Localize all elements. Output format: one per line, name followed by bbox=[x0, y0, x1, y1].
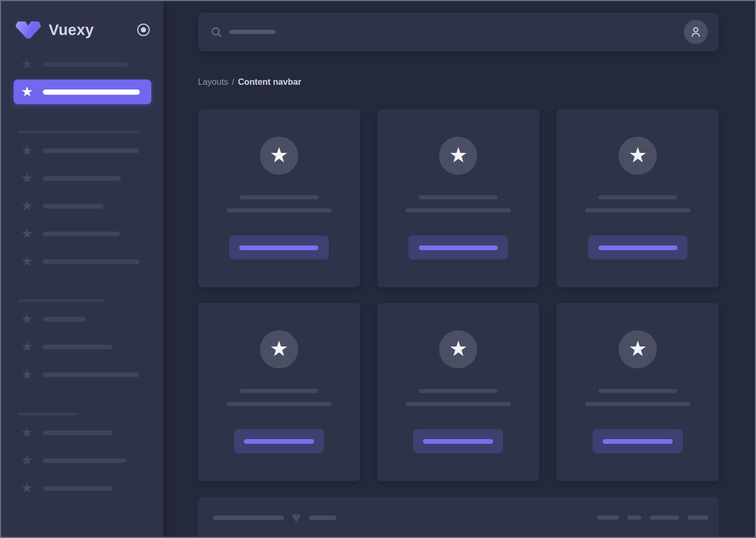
sidebar-item[interactable]: ★ bbox=[1, 454, 163, 467]
card-button[interactable] bbox=[413, 429, 503, 453]
button-label-placeholder-bar bbox=[239, 245, 318, 250]
item-label-placeholder-bar bbox=[43, 231, 120, 236]
star-icon: ★ bbox=[21, 171, 33, 185]
card-subtitle-placeholder-bar bbox=[585, 402, 691, 406]
heart-icon: ♥ bbox=[292, 510, 301, 525]
card-subtitle-placeholder-bar bbox=[406, 208, 511, 212]
sidebar-item[interactable]: ★ bbox=[1, 144, 163, 157]
item-label-placeholder-bar bbox=[43, 89, 140, 95]
star-icon: ★ bbox=[21, 199, 33, 212]
sidebar-menu: ★★★★★★★★★★★★★ bbox=[1, 1, 163, 537]
button-label-placeholder-bar bbox=[598, 245, 677, 250]
person-icon bbox=[689, 25, 703, 39]
skeleton-card: ★ bbox=[377, 109, 540, 287]
card-title-placeholder-bar bbox=[419, 389, 497, 393]
star-icon: ★ bbox=[21, 85, 33, 98]
skeleton-card: ★ bbox=[198, 303, 360, 481]
star-icon: ★ bbox=[21, 481, 33, 495]
card-title-placeholder-bar bbox=[598, 389, 677, 393]
card-button[interactable] bbox=[229, 236, 329, 260]
card-button[interactable] bbox=[234, 429, 324, 453]
section-label-placeholder-bar bbox=[18, 413, 77, 416]
star-icon: ★ bbox=[21, 227, 33, 240]
app-window: Vuexy ★★★★★★★★★★★★★ L bbox=[0, 0, 756, 538]
star-icon: ★ bbox=[449, 144, 468, 165]
main-content: Layouts / Content navbar ★★★★★★ ♥ bbox=[163, 1, 755, 537]
item-label-placeholder-bar bbox=[43, 176, 121, 181]
star-icon: ★ bbox=[21, 453, 33, 467]
star-icon: ★ bbox=[270, 338, 288, 359]
skeleton-card: ★ bbox=[557, 303, 719, 481]
star-icon: ★ bbox=[449, 338, 468, 359]
card-title-placeholder-bar bbox=[240, 195, 318, 199]
footer-placeholder-bar bbox=[687, 515, 708, 520]
footer-row: ♥ bbox=[213, 513, 708, 522]
star-icon: ★ bbox=[21, 312, 33, 326]
item-label-placeholder-bar bbox=[43, 148, 139, 153]
sidebar-item[interactable]: ★ bbox=[1, 255, 163, 268]
card-button[interactable] bbox=[593, 429, 683, 453]
card-avatar-circle: ★ bbox=[439, 137, 477, 175]
star-icon: ★ bbox=[21, 254, 33, 268]
sidebar: Vuexy ★★★★★★★★★★★★★ bbox=[1, 1, 163, 537]
breadcrumb-parent[interactable]: Layouts bbox=[198, 77, 228, 87]
item-label-placeholder-bar bbox=[43, 372, 139, 377]
breadcrumb-current: Content navbar bbox=[238, 77, 301, 87]
sidebar-item[interactable]: ★ bbox=[1, 341, 163, 353]
item-label-placeholder-bar bbox=[43, 486, 113, 490]
card-title-placeholder-bar bbox=[240, 389, 318, 393]
sidebar-item[interactable]: ★ bbox=[1, 427, 163, 439]
card-subtitle-placeholder-bar bbox=[585, 208, 691, 212]
sidebar-item[interactable]: ★ bbox=[1, 368, 163, 381]
card-avatar-circle: ★ bbox=[619, 137, 657, 175]
skeleton-card: ★ bbox=[557, 109, 719, 287]
button-label-placeholder-bar bbox=[423, 439, 493, 444]
sidebar-item[interactable]: ★ bbox=[1, 228, 163, 240]
item-label-placeholder-bar bbox=[43, 430, 113, 435]
user-avatar[interactable] bbox=[684, 20, 708, 44]
card-title-placeholder-bar bbox=[598, 195, 677, 199]
card-avatar-circle: ★ bbox=[260, 137, 298, 175]
card-subtitle-placeholder-bar bbox=[406, 402, 511, 406]
button-label-placeholder-bar bbox=[603, 439, 673, 444]
skeleton-card: ★ bbox=[198, 109, 360, 287]
sidebar-item-active[interactable]: ★ bbox=[14, 80, 151, 104]
card-button[interactable] bbox=[588, 236, 687, 260]
footer-links bbox=[597, 515, 708, 520]
star-icon: ★ bbox=[21, 367, 33, 381]
sidebar-item[interactable]: ★ bbox=[1, 313, 163, 326]
star-icon: ★ bbox=[21, 340, 33, 353]
search-icon bbox=[210, 26, 223, 38]
card-subtitle-placeholder-bar bbox=[226, 208, 331, 212]
footer-placeholder-bar bbox=[309, 515, 336, 520]
card-avatar-circle: ★ bbox=[260, 330, 298, 368]
star-icon: ★ bbox=[628, 144, 647, 165]
item-label-placeholder-bar bbox=[43, 204, 104, 208]
item-label-placeholder-bar bbox=[43, 62, 128, 67]
section-label-placeholder-bar bbox=[18, 131, 139, 133]
item-label-placeholder-bar bbox=[43, 259, 139, 264]
navbar bbox=[198, 13, 719, 51]
star-icon: ★ bbox=[21, 57, 33, 71]
sidebar-item[interactable]: ★ bbox=[1, 200, 163, 212]
card-subtitle-placeholder-bar bbox=[226, 402, 331, 406]
card-title-placeholder-bar bbox=[419, 195, 497, 199]
star-icon: ★ bbox=[21, 425, 33, 439]
sidebar-item[interactable]: ★ bbox=[1, 172, 163, 185]
breadcrumb: Layouts / Content navbar bbox=[198, 76, 719, 87]
item-label-placeholder-bar bbox=[43, 458, 126, 463]
star-icon: ★ bbox=[628, 338, 647, 359]
card-button[interactable] bbox=[408, 236, 508, 260]
button-label-placeholder-bar bbox=[244, 439, 314, 444]
sidebar-item[interactable]: ★ bbox=[1, 58, 163, 71]
button-label-placeholder-bar bbox=[419, 245, 498, 250]
item-label-placeholder-bar bbox=[43, 317, 86, 321]
card-avatar-circle: ★ bbox=[619, 330, 657, 368]
card-avatar-circle: ★ bbox=[439, 330, 477, 368]
card-grid: ★★★★★★ bbox=[198, 109, 719, 481]
skeleton-card: ★ bbox=[377, 303, 540, 481]
sidebar-item[interactable]: ★ bbox=[1, 482, 163, 495]
search-input[interactable] bbox=[198, 13, 497, 51]
footer-placeholder-bar bbox=[627, 515, 641, 520]
section-label-placeholder-bar bbox=[18, 299, 104, 302]
